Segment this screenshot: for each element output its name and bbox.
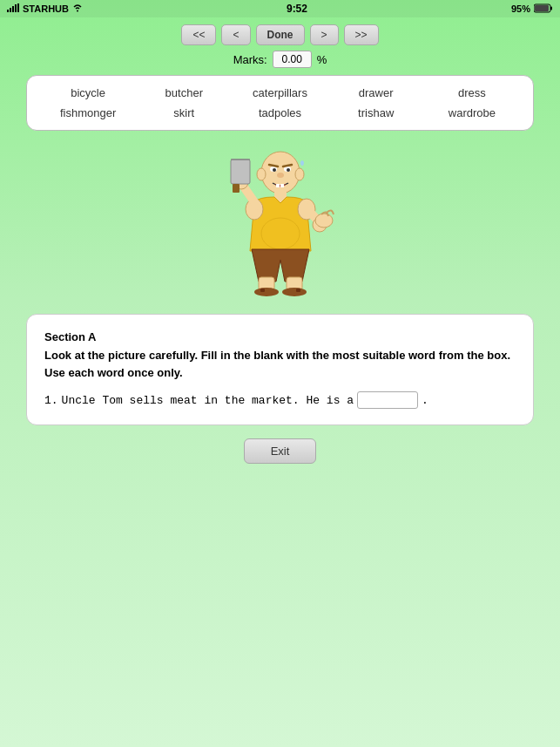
svg-point-11	[295, 168, 304, 180]
forward-forward-button[interactable]: >>	[344, 24, 379, 45]
word-bank: bicycle butcher caterpillars drawer dres…	[26, 75, 534, 131]
svg-rect-26	[231, 160, 250, 184]
svg-rect-19	[276, 184, 280, 187]
time-display: 9:52	[287, 3, 307, 15]
svg-point-18	[277, 173, 284, 178]
word-drawer: drawer	[333, 85, 420, 101]
section-box: Section A Look at the picture carefully.…	[26, 314, 534, 425]
svg-rect-3	[15, 4, 17, 12]
svg-point-31	[315, 214, 333, 227]
svg-point-35	[254, 288, 279, 296]
done-button[interactable]: Done	[256, 24, 305, 45]
svg-rect-36	[260, 289, 265, 292]
marks-unit: %	[317, 53, 327, 66]
svg-rect-7	[535, 5, 549, 11]
word-wardrobe: wardrobe	[428, 105, 516, 121]
svg-rect-38	[296, 289, 300, 292]
word-dress: dress	[428, 85, 516, 101]
battery-pct-label: 95%	[511, 3, 530, 14]
word-butcher: butcher	[140, 85, 227, 101]
butcher-character	[224, 146, 337, 299]
status-right: 95%	[511, 3, 553, 15]
status-left: STARHUB	[7, 3, 83, 14]
svg-rect-4	[17, 3, 19, 12]
back-back-button[interactable]: <<	[181, 24, 216, 45]
word-bicycle: bicycle	[44, 85, 132, 101]
question-1: 1. Uncle Tom sells meat in the market. H…	[44, 391, 516, 409]
question-period: .	[422, 394, 428, 407]
answer-input-1[interactable]	[357, 391, 418, 409]
svg-point-5	[77, 10, 78, 12]
svg-point-32	[261, 218, 300, 249]
back-button[interactable]: <	[221, 24, 250, 45]
svg-rect-1	[10, 8, 11, 12]
status-bar: STARHUB 9:52 95%	[0, 0, 560, 17]
marks-row: Marks: %	[0, 51, 560, 68]
marks-input[interactable]	[273, 51, 312, 68]
question-text: Uncle Tom sells meat in the market. He i…	[62, 394, 354, 407]
nav-bar: << < Done > >>	[0, 17, 560, 51]
svg-point-37	[282, 288, 307, 296]
question-number: 1.	[44, 394, 58, 407]
word-tadpoles: tadpoles	[236, 105, 323, 121]
svg-line-24	[243, 186, 257, 206]
svg-point-10	[257, 168, 266, 180]
exit-area: Exit	[0, 438, 560, 464]
battery-icon	[534, 3, 553, 15]
word-caterpillars: caterpillars	[236, 85, 323, 101]
forward-button[interactable]: >	[310, 24, 339, 45]
exit-button[interactable]: Exit	[244, 438, 317, 464]
word-fishmonger: fishmonger	[44, 105, 132, 121]
svg-point-14	[273, 168, 276, 172]
svg-point-15	[287, 168, 290, 172]
svg-rect-0	[7, 10, 9, 12]
svg-rect-27	[233, 184, 240, 193]
svg-rect-20	[280, 184, 284, 187]
carrier-label: STARHUB	[23, 3, 69, 14]
svg-rect-2	[12, 6, 14, 12]
picture-area	[0, 139, 560, 305]
svg-rect-8	[550, 6, 552, 10]
wifi-icon	[72, 3, 83, 14]
section-title: Section A	[44, 330, 516, 343]
marks-label: Marks:	[233, 53, 267, 66]
signal-icon	[7, 3, 19, 14]
word-trishaw: trishaw	[333, 105, 420, 121]
word-skirt: skirt	[140, 105, 227, 121]
section-instruction: Look at the picture carefully. Fill in t…	[44, 347, 516, 381]
